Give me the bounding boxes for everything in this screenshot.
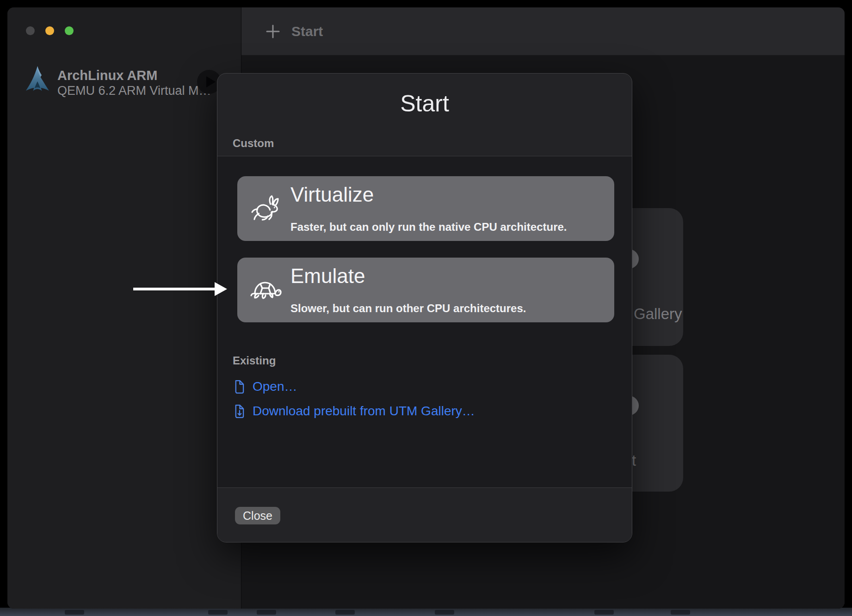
dock-icon-shadow xyxy=(671,610,690,615)
dialog-body: Virtualize Faster, but can only run the … xyxy=(217,156,632,487)
dialog-title: Start xyxy=(217,74,632,117)
dock-icon-shadow xyxy=(435,610,454,615)
virtualize-button[interactable]: Virtualize Faster, but can only run the … xyxy=(237,176,614,241)
emulate-button[interactable]: Emulate Slower, but can run other CPU ar… xyxy=(237,258,614,322)
emulate-title: Emulate xyxy=(290,264,365,288)
window-controls xyxy=(26,26,74,35)
annotation-arrow-head xyxy=(215,282,227,296)
toolbar-start-label: Start xyxy=(291,24,323,39)
close-button[interactable]: Close xyxy=(235,507,280,524)
document-arrow-down-icon xyxy=(234,404,245,419)
hare-icon xyxy=(247,192,284,225)
existing-section-label: Existing xyxy=(233,354,276,367)
download-prebuilt-link[interactable]: Download prebuilt from UTM Gallery… xyxy=(234,403,475,419)
window-minimize-button[interactable] xyxy=(45,26,54,35)
play-icon xyxy=(206,76,216,87)
dock-icon-shadow xyxy=(65,610,84,615)
virtualize-description: Faster, but can only run the native CPU … xyxy=(290,221,567,234)
virtualize-title: Virtualize xyxy=(290,183,374,207)
document-icon xyxy=(234,380,245,394)
open-link[interactable]: Open… xyxy=(234,378,297,395)
open-link-label: Open… xyxy=(253,378,297,395)
dock-icon-shadow xyxy=(257,610,276,615)
dialog-footer: Close xyxy=(217,488,632,542)
new-vm-toolbar-button[interactable]: Start xyxy=(265,24,323,39)
vm-list-item[interactable]: ArchLinux ARM QEMU 6.2 ARM Virtual M… xyxy=(24,66,211,98)
window-close-button[interactable] xyxy=(26,26,35,35)
start-dialog: Start Custom xyxy=(217,73,632,542)
gallery-card-label: Gallery xyxy=(634,305,682,323)
toolbar: Start xyxy=(241,7,845,55)
macos-dock[interactable] xyxy=(0,608,852,616)
window-zoom-button[interactable] xyxy=(65,26,74,35)
vm-item-text: ArchLinux ARM QEMU 6.2 ARM Virtual M… xyxy=(57,66,211,98)
download-prebuilt-link-label: Download prebuilt from UTM Gallery… xyxy=(253,403,475,419)
vm-subtitle: QEMU 6.2 ARM Virtual M… xyxy=(57,84,211,98)
emulate-description: Slower, but can run other CPU architectu… xyxy=(290,302,526,315)
support-card-label: t xyxy=(632,452,636,469)
dock-icon-shadow xyxy=(208,610,228,615)
archlinux-logo-icon xyxy=(24,66,51,95)
dialog-header: Start Custom xyxy=(217,74,632,156)
vm-name: ArchLinux ARM xyxy=(57,68,211,83)
tortoise-icon xyxy=(247,274,284,306)
annotation-arrow-line xyxy=(133,288,216,290)
custom-section-label: Custom xyxy=(233,137,274,150)
dock-icon-shadow xyxy=(594,610,614,615)
plus-icon xyxy=(265,24,280,39)
vm-sidebar: ArchLinux ARM QEMU 6.2 ARM Virtual M… xyxy=(7,7,241,609)
dock-icon-shadow xyxy=(335,610,355,615)
screenshot-stage: ArchLinux ARM QEMU 6.2 ARM Virtual M… St… xyxy=(0,0,852,616)
